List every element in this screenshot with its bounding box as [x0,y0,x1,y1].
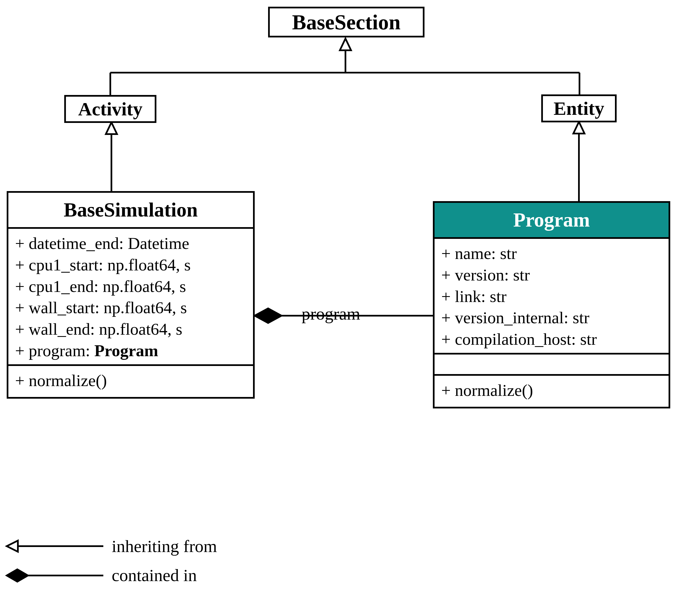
class-title: Program [433,201,670,237]
class-name: Entity [553,97,604,119]
svg-marker-8 [573,122,585,134]
attribute: + cpu1_start: np.float64, s [15,254,246,276]
class-attributes: + name: str + version: str + link: str +… [435,239,669,354]
association-label: program [302,304,360,324]
svg-marker-12 [7,541,18,552]
class-base-section: BaseSection [268,7,425,38]
attribute: + wall_end: np.float64, s [15,318,246,340]
uml-diagram: BaseSection Activity Entity BaseSimulati… [0,0,687,616]
svg-marker-10 [255,308,281,323]
class-base-simulation: BaseSimulation + datetime_end: Datetime … [7,191,255,399]
svg-marker-1 [340,39,351,50]
class-title: BaseSimulation [8,193,253,229]
attr-type: Program [94,342,158,360]
attribute: + version: str [441,264,662,286]
class-methods: + normalize() [435,376,669,407]
attribute: + version_internal: str [441,307,662,329]
legend-inheriting: inheriting from [112,536,217,556]
svg-marker-6 [106,123,117,134]
attribute: + cpu1_end: np.float64, s [15,276,246,297]
attribute: + link: str [441,286,662,307]
attr-prefix: + program: [15,342,94,360]
class-activity: Activity [64,95,156,123]
attribute: + name: str [441,243,662,264]
attribute: + compilation_host: str [441,329,662,350]
class-program: Program + name: str + version: str + lin… [433,201,670,409]
class-entity: Entity [541,94,617,123]
svg-marker-14 [7,569,28,581]
attribute: + program: Program [15,340,246,361]
attribute: + datetime_end: Datetime [15,233,246,254]
legend-contained: contained in [112,566,197,585]
method: + normalize() [15,370,246,391]
class-name: BaseSection [292,10,400,35]
empty-compartment [435,354,669,376]
class-methods: + normalize() [8,366,253,397]
class-attributes: + datetime_end: Datetime + cpu1_start: n… [8,229,253,366]
class-name: Activity [78,98,142,120]
attribute: + wall_start: np.float64, s [15,297,246,318]
method: + normalize() [441,380,662,401]
